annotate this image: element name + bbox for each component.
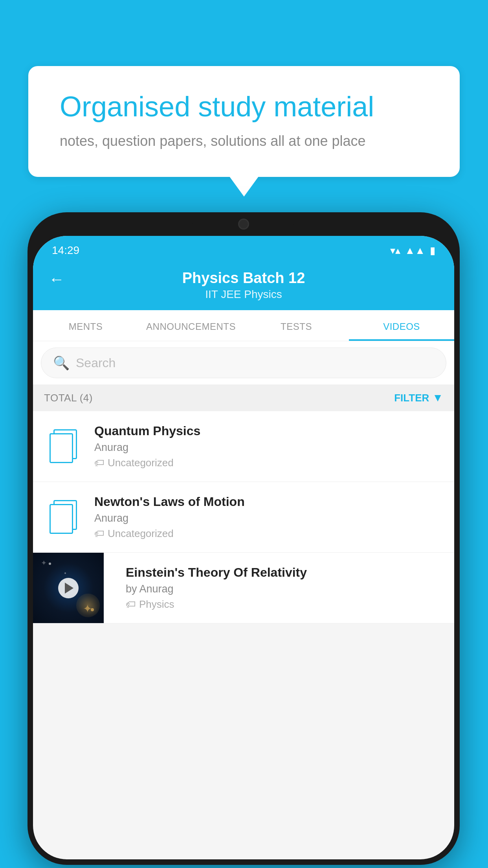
status-bar: 14:29 ▾▴ ▲▲ ▮ [33, 236, 454, 262]
phone-frame: 14:29 ▾▴ ▲▲ ▮ ← Physics Batch 12 IIT JEE… [28, 212, 460, 865]
play-button[interactable] [58, 578, 79, 598]
video-title: Newton's Laws of Motion [94, 495, 443, 509]
list-item[interactable]: Newton's Laws of Motion Anurag 🏷 Uncateg… [33, 482, 454, 553]
file-page-front [50, 433, 73, 463]
search-bar[interactable]: 🔍 Search [41, 348, 446, 378]
video-tag: 🏷 Uncategorized [94, 457, 443, 469]
tag-icon: 🏷 [94, 528, 105, 540]
file-icon [50, 500, 78, 535]
tab-bar: MENTS ANNOUNCEMENTS TESTS VIDEOS [33, 310, 454, 341]
tab-announcements[interactable]: ANNOUNCEMENTS [138, 310, 244, 341]
header-subtitle: IIT JEE Physics [49, 288, 438, 301]
app-header: ← Physics Batch 12 IIT JEE Physics [33, 262, 454, 310]
tag-label: Uncategorized [108, 528, 174, 540]
wifi-icon: ▾▴ [390, 245, 400, 257]
video-thumbnail [33, 553, 104, 623]
header-title: Physics Batch 12 [49, 270, 438, 287]
speech-bubble: Organised study material notes, question… [28, 66, 460, 177]
file-icon-wrap [44, 427, 83, 466]
front-camera [238, 219, 249, 230]
file-page-front [50, 504, 73, 534]
tag-label: Physics [139, 598, 174, 611]
video-author: by Anurag [126, 583, 432, 595]
video-info: Einstein's Theory Of Relativity by Anura… [115, 553, 443, 623]
filter-bar: TOTAL (4) FILTER ▼ [33, 384, 454, 411]
file-icon [50, 429, 78, 464]
video-title: Quantum Physics [94, 424, 443, 438]
file-icon-wrap [44, 498, 83, 537]
phone-notch [193, 212, 295, 236]
video-info: Quantum Physics Anurag 🏷 Uncategorized [94, 424, 443, 469]
search-container: 🔍 Search [33, 341, 454, 384]
filter-button[interactable]: FILTER ▼ [394, 392, 443, 404]
filter-icon: ▼ [432, 392, 443, 404]
filter-label: FILTER [394, 392, 429, 404]
battery-icon: ▮ [430, 245, 435, 257]
video-tag: 🏷 Uncategorized [94, 528, 443, 540]
tag-label: Uncategorized [108, 457, 174, 469]
search-icon: 🔍 [53, 355, 70, 371]
bubble-subtitle: notes, question papers, solutions all at… [60, 133, 428, 149]
play-icon [65, 583, 73, 594]
status-icons: ▾▴ ▲▲ ▮ [390, 245, 435, 257]
tab-tests[interactable]: TESTS [244, 310, 349, 341]
tab-ments[interactable]: MENTS [33, 310, 138, 341]
signal-icon: ▲▲ [405, 245, 425, 257]
total-count: TOTAL (4) [44, 392, 93, 404]
bubble-title: Organised study material [60, 90, 428, 123]
tab-videos[interactable]: VIDEOS [349, 310, 454, 341]
search-placeholder: Search [76, 356, 116, 370]
status-time: 14:29 [52, 244, 79, 257]
tag-icon: 🏷 [94, 457, 105, 469]
list-item[interactable]: Quantum Physics Anurag 🏷 Uncategorized [33, 411, 454, 482]
video-list: Quantum Physics Anurag 🏷 Uncategorized [33, 411, 454, 623]
video-author: Anurag [94, 512, 443, 524]
tag-icon: 🏷 [126, 598, 136, 611]
list-item[interactable]: Einstein's Theory Of Relativity by Anura… [33, 553, 454, 623]
back-button[interactable]: ← [49, 270, 64, 288]
video-author: Anurag [94, 441, 443, 454]
video-tag: 🏷 Physics [126, 598, 432, 611]
video-title: Einstein's Theory Of Relativity [126, 565, 432, 580]
phone-screen: 14:29 ▾▴ ▲▲ ▮ ← Physics Batch 12 IIT JEE… [33, 236, 454, 859]
video-info: Newton's Laws of Motion Anurag 🏷 Uncateg… [94, 495, 443, 540]
